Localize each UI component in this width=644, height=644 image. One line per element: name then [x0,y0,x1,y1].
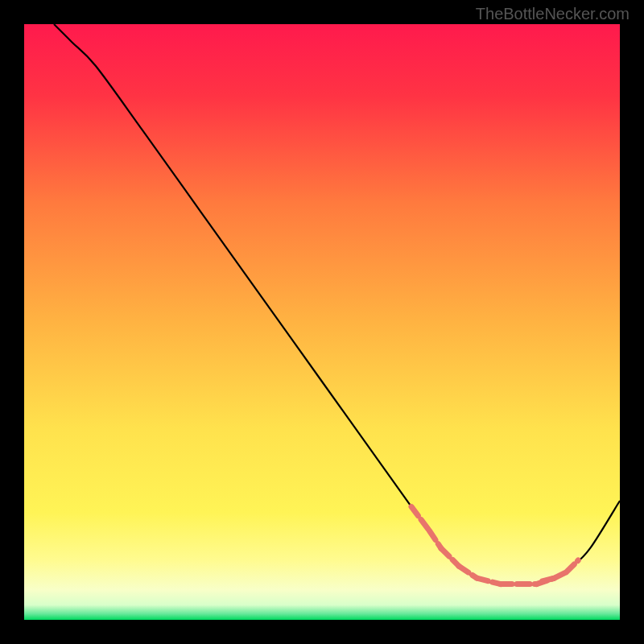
watermark-text: TheBottleNecker.com [476,5,630,23]
svg-line-3 [429,530,436,540]
chart-area [24,24,620,620]
svg-line-9 [477,578,488,580]
svg-line-1 [411,506,418,515]
svg-line-2 [421,519,427,528]
svg-line-20 [578,560,579,561]
bottleneck-curve [24,24,620,620]
svg-line-19 [566,564,574,572]
svg-line-5 [441,548,449,556]
svg-line-7 [459,566,469,572]
svg-line-18 [555,573,565,578]
